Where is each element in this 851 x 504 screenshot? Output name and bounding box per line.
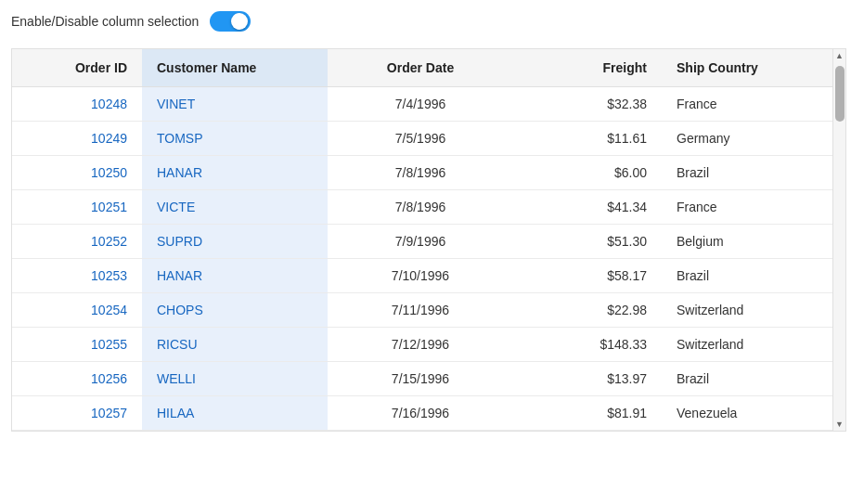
toggle-bar: Enable/Disable column selection <box>11 11 851 32</box>
scroll-down-arrow[interactable]: ▼ <box>833 418 846 431</box>
cell-customer: RICSU <box>142 328 328 362</box>
cell-shipcountry: Brazil <box>662 362 846 396</box>
header-orderdate[interactable]: Order Date <box>328 49 513 87</box>
cell-customer: TOMSP <box>142 122 328 156</box>
cell-freight: $22.98 <box>513 293 662 328</box>
table-row: 10256WELLI7/15/1996$13.97Brazil <box>12 362 846 396</box>
cell-orderid: 10250 <box>12 156 142 190</box>
cell-freight: $148.33 <box>513 328 662 362</box>
cell-orderid: 10248 <box>12 87 142 122</box>
table-row: 10249TOMSP7/5/1996$11.61Germany <box>12 122 846 156</box>
cell-orderid: 10252 <box>12 225 142 259</box>
cell-freight: $11.61 <box>513 122 662 156</box>
cell-orderid: 10249 <box>12 122 142 156</box>
cell-shipcountry: Switzerland <box>662 293 846 328</box>
table-row: 10251VICTE7/8/1996$41.34France <box>12 190 846 225</box>
orders-table: Order ID Customer Name Order Date Freigh… <box>12 49 846 431</box>
scrollbar[interactable]: ▲ ▼ <box>832 49 845 431</box>
cell-freight: $13.97 <box>513 362 662 396</box>
cell-customer: HANAR <box>142 259 328 293</box>
cell-orderid: 10255 <box>12 328 142 362</box>
toggle-thumb <box>231 13 248 30</box>
cell-orderdate: 7/10/1996 <box>328 259 513 293</box>
cell-orderdate: 7/9/1996 <box>328 225 513 259</box>
cell-freight: $6.00 <box>513 156 662 190</box>
cell-shipcountry: France <box>662 87 846 122</box>
scrollbar-thumb[interactable] <box>835 66 845 122</box>
cell-freight: $41.34 <box>513 190 662 225</box>
cell-orderdate: 7/8/1996 <box>328 190 513 225</box>
cell-orderdate: 7/4/1996 <box>328 87 513 122</box>
table-row: 10254CHOPS7/11/1996$22.98Switzerland <box>12 293 846 328</box>
cell-orderdate: 7/15/1996 <box>328 362 513 396</box>
cell-customer: HANAR <box>142 156 328 190</box>
cell-orderdate: 7/11/1996 <box>328 293 513 328</box>
table-row: 10253HANAR7/10/1996$58.17Brazil <box>12 259 846 293</box>
cell-freight: $51.30 <box>513 225 662 259</box>
header-orderid[interactable]: Order ID <box>12 49 142 87</box>
cell-orderdate: 7/12/1996 <box>328 328 513 362</box>
cell-customer: VINET <box>142 87 328 122</box>
cell-orderid: 10256 <box>12 362 142 396</box>
column-selection-toggle[interactable] <box>210 11 251 32</box>
cell-customer: HILAA <box>142 396 328 431</box>
cell-customer: WELLI <box>142 362 328 396</box>
cell-orderid: 10257 <box>12 396 142 431</box>
table-header-row: Order ID Customer Name Order Date Freigh… <box>12 49 846 87</box>
cell-orderdate: 7/8/1996 <box>328 156 513 190</box>
cell-freight: $32.38 <box>513 87 662 122</box>
cell-orderdate: 7/5/1996 <box>328 122 513 156</box>
cell-orderid: 10253 <box>12 259 142 293</box>
cell-freight: $58.17 <box>513 259 662 293</box>
table-body: 10248VINET7/4/1996$32.38France10249TOMSP… <box>12 87 846 431</box>
cell-shipcountry: Switzerland <box>662 328 846 362</box>
toggle-track <box>210 11 251 32</box>
table-row: 10257HILAA7/16/1996$81.91Venezuela <box>12 396 846 431</box>
cell-shipcountry: France <box>662 190 846 225</box>
table-row: 10255RICSU7/12/1996$148.33Switzerland <box>12 328 846 362</box>
toggle-label: Enable/Disable column selection <box>11 14 199 29</box>
data-table-wrapper: Order ID Customer Name Order Date Freigh… <box>11 48 846 432</box>
header-customer[interactable]: Customer Name <box>142 49 328 87</box>
cell-freight: $81.91 <box>513 396 662 431</box>
cell-orderid: 10251 <box>12 190 142 225</box>
cell-customer: VICTE <box>142 190 328 225</box>
cell-shipcountry: Brazil <box>662 156 846 190</box>
cell-shipcountry: Germany <box>662 122 846 156</box>
header-freight[interactable]: Freight <box>513 49 662 87</box>
cell-customer: CHOPS <box>142 293 328 328</box>
table-row: 10248VINET7/4/1996$32.38France <box>12 87 846 122</box>
cell-shipcountry: Belgium <box>662 225 846 259</box>
header-shipcountry[interactable]: Ship Country <box>662 49 846 87</box>
cell-shipcountry: Brazil <box>662 259 846 293</box>
table-row: 10252SUPRD7/9/1996$51.30Belgium <box>12 225 846 259</box>
cell-orderid: 10254 <box>12 293 142 328</box>
cell-customer: SUPRD <box>142 225 328 259</box>
cell-orderdate: 7/16/1996 <box>328 396 513 431</box>
scroll-up-arrow[interactable]: ▲ <box>833 49 846 62</box>
cell-shipcountry: Venezuela <box>662 396 846 431</box>
table-row: 10250HANAR7/8/1996$6.00Brazil <box>12 156 846 190</box>
